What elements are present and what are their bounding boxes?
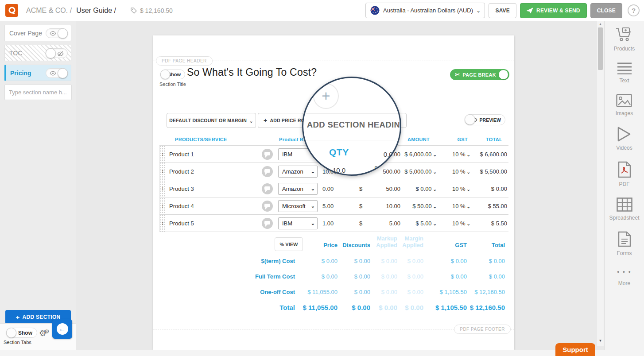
breadcrumb-company[interactable]: ACME & CO. / xyxy=(26,7,72,15)
plus-icon: + xyxy=(302,118,304,132)
unit-price-field[interactable]: $50.00 xyxy=(354,186,402,192)
unit-price-field[interactable]: $5.00 xyxy=(354,220,402,227)
review-send-button[interactable]: REVIEW & SEND xyxy=(520,3,587,18)
save-button[interactable]: SAVE xyxy=(489,3,516,18)
comment-icon[interactable] xyxy=(262,183,273,194)
vertical-scrollbar[interactable]: ▲ ▼ xyxy=(597,21,604,346)
brand-select[interactable]: Amazon⌄ xyxy=(278,166,318,178)
quotient-logo-icon[interactable] xyxy=(5,4,18,17)
sidebar-item-pricing[interactable]: Pricing xyxy=(4,65,71,81)
product-name[interactable]: Product 3 xyxy=(165,186,252,192)
bottom-bar xyxy=(0,350,644,356)
scrollbar-thumb[interactable] xyxy=(598,27,603,70)
gst-dropdown[interactable]: 10 %⌄ xyxy=(439,220,472,227)
page-title[interactable]: So What's It Going To Cost? xyxy=(187,66,317,78)
toolbox-item-text[interactable]: Text xyxy=(617,62,632,84)
toolbox-item-pdf[interactable]: PDF xyxy=(617,161,632,187)
toolbox-item-products[interactable]: Products xyxy=(614,27,635,52)
help-icon[interactable]: ? xyxy=(628,4,640,16)
gst-dropdown[interactable]: 10 %⌄ xyxy=(439,168,472,175)
amount-dropdown[interactable]: $ 0.00⌄ xyxy=(402,186,439,192)
default-discount-dropdown[interactable]: DEFAULT DISCOUNT OR MARGIN ⌄ xyxy=(167,113,256,128)
scroll-up-arrow[interactable]: ▲ xyxy=(597,22,604,26)
settings-gears-icon[interactable]: ⚙⚙ xyxy=(39,328,50,338)
plus-icon: + xyxy=(16,313,19,321)
row-drag-handle[interactable]: ↕ xyxy=(159,215,165,232)
row-drag-handle[interactable]: ↕ xyxy=(159,197,165,214)
form-document-icon xyxy=(618,231,631,247)
chevron-down-icon: ⌄ xyxy=(467,170,470,174)
product-name[interactable]: Product 2 xyxy=(165,168,252,175)
currency-selector[interactable]: Australia - Australian Dollars (AUD) ⌄ xyxy=(365,3,485,18)
support-button[interactable]: Support xyxy=(555,343,595,356)
visibility-toggle-off[interactable] xyxy=(46,48,68,58)
eye-icon xyxy=(50,71,56,76)
pdf-page-header-pill: PDF PAGE HEADER xyxy=(156,56,213,66)
toolbox-item-videos[interactable]: Videos xyxy=(616,127,632,151)
chevron-down-icon: ⌄ xyxy=(467,152,470,157)
table-row: ↕ Product 3 Amazon⌄ 0.00 $50.00 $ 0.00⌄ … xyxy=(159,180,508,197)
chevron-down-icon: ⌄ xyxy=(467,221,470,226)
amount-dropdown[interactable]: $ 5.00⌄ xyxy=(402,220,439,227)
chevron-down-icon: ⌄ xyxy=(433,221,437,226)
scroll-down-arrow[interactable]: ▼ xyxy=(597,339,604,343)
section-title-caption: Section Title xyxy=(159,81,186,87)
chevron-down-icon: ⌄ xyxy=(433,204,437,209)
brand-select[interactable]: Microsoft⌄ xyxy=(278,200,318,212)
magnifier-overlay: + + ADD SECTION HEADING QTY 0.00 500.00 … xyxy=(302,77,401,176)
row-drag-handle[interactable]: ↕ xyxy=(159,163,165,180)
chevron-down-icon: ⌄ xyxy=(467,187,470,192)
select-chevron-icon: ⌄ xyxy=(311,221,315,226)
toolbox-item-images[interactable]: Images xyxy=(616,94,633,116)
toolbox-item-forms[interactable]: Forms xyxy=(617,231,632,256)
brand-select[interactable]: IBM⌄ xyxy=(278,217,318,229)
toolbox-item-more[interactable]: • • • More xyxy=(617,267,631,286)
amount-dropdown[interactable]: $ 50.00⌄ xyxy=(402,203,439,209)
collapse-sidebar-button[interactable]: ← xyxy=(52,319,72,339)
gst-dropdown[interactable]: 10 %⌄ xyxy=(439,203,472,209)
top-bar: ACME & CO. / User Guide / $ 12,160.50 Au… xyxy=(0,0,644,21)
product-name[interactable]: Product 1 xyxy=(165,151,252,158)
quote-total-badge: $ 12,160.50 xyxy=(130,7,173,14)
sidebar-item-cover-page[interactable]: Cover Page xyxy=(4,25,71,41)
product-name[interactable]: Product 4 xyxy=(165,203,252,209)
amount-dropdown[interactable]: $ 6,000.00⌄ xyxy=(402,151,439,158)
section-tabs-label: Section Tabs xyxy=(4,340,31,345)
spreadsheet-grid-icon xyxy=(617,197,632,212)
row-drag-handle[interactable]: ↕ xyxy=(159,146,165,163)
tag-icon xyxy=(130,7,137,14)
qty-field[interactable]: 5.00 xyxy=(318,203,354,209)
toolbox-item-spreadsheet[interactable]: Spreadsheet xyxy=(609,197,639,221)
new-section-name-input[interactable] xyxy=(4,85,72,100)
visibility-toggle[interactable] xyxy=(46,28,68,38)
product-name[interactable]: Product 5 xyxy=(165,220,252,227)
amount-dropdown[interactable]: $ 5,000.00⌄ xyxy=(402,168,439,175)
section-title-show-toggle[interactable]: Show xyxy=(160,70,185,79)
comment-icon[interactable] xyxy=(262,149,273,160)
gst-dropdown[interactable]: 10 %⌄ xyxy=(439,151,472,158)
brand-select[interactable]: Amazon⌄ xyxy=(278,183,318,195)
preview-toggle[interactable]: PREVIEW xyxy=(465,114,505,125)
more-dots-icon: • • • xyxy=(617,267,631,277)
gst-dropdown[interactable]: 10 %⌄ xyxy=(439,186,472,192)
comment-icon[interactable] xyxy=(262,201,273,212)
qty-field[interactable]: 0.00 xyxy=(318,186,354,192)
section-sidebar: Cover Page TOC Pricing + ADD SECTION xyxy=(0,21,76,350)
sidebar-item-toc[interactable]: TOC xyxy=(4,45,71,61)
comment-icon[interactable] xyxy=(262,166,273,177)
add-price-row-button[interactable]: + ADD PRICE RO xyxy=(258,113,304,128)
breadcrumb-doc-title[interactable]: User Guide / xyxy=(76,7,116,15)
eye-off-icon xyxy=(57,51,64,56)
visibility-toggle[interactable] xyxy=(46,68,68,78)
unit-price-field[interactable]: $10.00 xyxy=(354,203,402,209)
summary-total-row: Total $ 11,055.00 $ 0.00 $ 0.00 $ 0.00 $… xyxy=(221,304,505,311)
col-amount: AMOUNT xyxy=(402,137,439,142)
arrow-left-icon: ← xyxy=(57,323,68,335)
close-button[interactable]: CLOSE xyxy=(590,3,622,18)
row-drag-handle[interactable]: ↕ xyxy=(159,180,165,197)
page-break-toggle[interactable]: ✂ PAGE BREAK xyxy=(450,69,509,80)
qty-field[interactable]: 1.00 xyxy=(318,220,354,227)
comment-icon[interactable] xyxy=(262,218,273,229)
section-tabs-toggle[interactable]: Show xyxy=(6,328,37,338)
add-section-heading-button-magnified[interactable]: + ADD SECTION HEADING xyxy=(303,118,400,132)
